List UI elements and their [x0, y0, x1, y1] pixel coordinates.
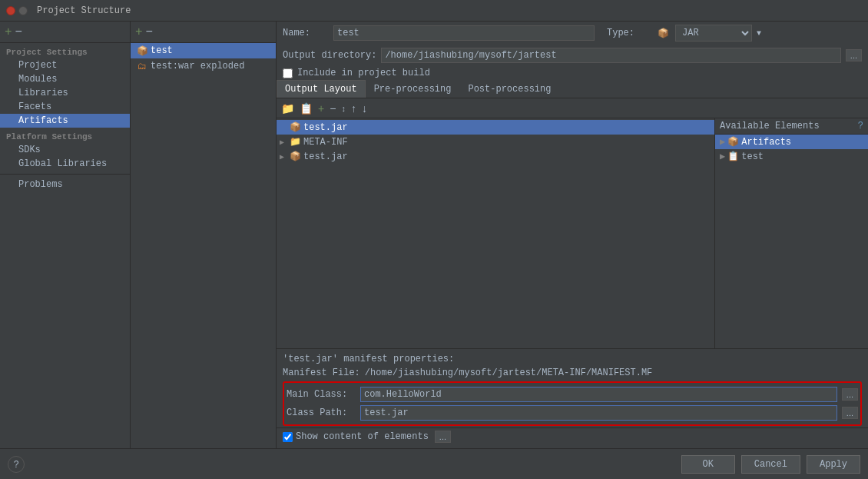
war-icon: 🗂 [137, 61, 147, 72]
cancel-button[interactable]: Cancel [741, 455, 800, 474]
sidebar: + − Project Settings Project Modules Lib… [0, 22, 131, 448]
sidebar-divider [0, 174, 130, 175]
remove-tree-button[interactable]: − [328, 102, 337, 115]
folder-icon: 📁 [290, 136, 301, 148]
help-button[interactable]: ? [8, 456, 25, 473]
class-path-browse-button[interactable]: ... [842, 407, 858, 419]
minimize-icon[interactable] [18, 6, 28, 15]
artifact-list-panel: + − 📦 test 🗂 test:war exploded [131, 22, 277, 448]
add-artifact-button[interactable]: + [5, 26, 12, 38]
tree-item-meta-inf[interactable]: ▶ 📁 META-INF [277, 135, 714, 149]
include-build-row: Include in project build [277, 66, 868, 80]
show-content-label: Show content of elements [296, 431, 429, 442]
artifact-list-toolbar: + − [131, 22, 276, 43]
platform-settings-label: Platform Settings [0, 128, 130, 143]
tree-item-test-jar[interactable]: 📦 test.jar [277, 120, 714, 135]
available-item-test[interactable]: ▶ 📋 test [715, 149, 868, 164]
close-icon[interactable] [6, 6, 15, 15]
jar-icon: 📦 [137, 45, 147, 56]
bottom-left: ? [8, 456, 25, 473]
move-up-button[interactable]: ↑ [350, 102, 358, 115]
show-content-browse-button[interactable]: ... [435, 431, 451, 443]
expand-arrow-icon: ▶ [720, 151, 725, 162]
manifest-file-label: Manifest File: [283, 368, 360, 378]
sidebar-item-modules[interactable]: Modules [0, 72, 130, 86]
type-dropdown-icon[interactable]: ▼ [757, 29, 761, 38]
help-icon[interactable]: ? [858, 121, 863, 131]
output-dir-label: Output directory: [283, 50, 376, 61]
remove-artifact-button[interactable]: − [15, 26, 23, 38]
remove-button[interactable]: − [146, 25, 154, 39]
type-select[interactable]: JAR WAR [675, 25, 752, 42]
tree-item-meta-inf-label: META-INF [303, 137, 348, 148]
apply-button[interactable]: Apply [807, 455, 860, 474]
right-panel: Name: Type: 📦 JAR WAR ▼ Output directory… [277, 22, 868, 448]
show-folder-button[interactable]: 📁 [280, 102, 296, 115]
output-tree: 📦 test.jar ▶ 📁 META-INF ▶ 📦 test.jar [277, 118, 714, 348]
sidebar-item-project[interactable]: Project [0, 58, 130, 72]
artifact-item-test-label: test [151, 45, 173, 56]
main-class-input[interactable] [360, 387, 837, 402]
main-layout: + − Project Settings Project Modules Lib… [0, 22, 868, 448]
artifact-item-test-war[interactable]: 🗂 test:war exploded [131, 58, 276, 74]
sidebar-item-facets[interactable]: Facets [0, 100, 130, 114]
content-area: + − 📦 test 🗂 test:war exploded Name: Typ… [131, 22, 868, 448]
expand-arrow-icon: ▶ [720, 136, 725, 148]
sidebar-toolbar: + − [0, 22, 130, 43]
show-content-checkbox[interactable] [283, 432, 293, 442]
output-dir-input[interactable] [381, 48, 840, 63]
sidebar-item-problems[interactable]: Problems [0, 178, 130, 191]
output-layout-toolbar: 📁 📋 + − ↕ ↑ ↓ [277, 98, 868, 118]
sidebar-item-global-libraries[interactable]: Global Libraries [0, 157, 130, 171]
main-class-browse-button[interactable]: ... [842, 388, 858, 401]
window-title: Project Structure [37, 5, 131, 16]
title-bar: Project Structure [0, 0, 868, 22]
tree-container: 📦 test.jar ▶ 📁 META-INF ▶ 📦 test.jar [277, 118, 868, 348]
sort-button[interactable]: ↕ [340, 104, 347, 113]
window-controls[interactable] [6, 6, 28, 15]
manifest-title: 'test.jar' manifest properties: [277, 352, 868, 366]
sidebar-item-sdks[interactable]: SDKs [0, 143, 130, 157]
tree-item-nested-jar[interactable]: ▶ 📦 test.jar [277, 149, 714, 164]
show-module-button[interactable]: 📋 [298, 102, 314, 115]
bottom-bar: ? OK Cancel Apply [0, 448, 868, 479]
available-elements-header: Available Elements ? [715, 118, 868, 135]
main-class-row: Main Class: ... [287, 385, 858, 404]
output-dir-browse-button[interactable]: ... [846, 49, 862, 62]
jar-icon: 📦 [290, 151, 301, 162]
sidebar-item-artifacts[interactable]: Artifacts [0, 114, 130, 128]
move-down-button[interactable]: ↓ [360, 102, 369, 115]
available-elements-panel: Available Elements ? ▶ 📦 Artifacts ▶ 📋 t… [714, 118, 868, 348]
main-class-label: Main Class: [287, 389, 356, 400]
artifact-icon: 📦 [727, 136, 739, 148]
tree-item-nested-jar-label: test.jar [303, 151, 348, 162]
add-button[interactable]: + [135, 25, 143, 39]
ok-button[interactable]: OK [681, 455, 735, 474]
output-layout-panel: 📁 📋 + − ↕ ↑ ↓ 📦 test.jar [277, 98, 868, 448]
tab-post-processing[interactable]: Post-processing [459, 80, 559, 98]
class-path-input[interactable] [360, 405, 837, 421]
jar-icon: 📦 [290, 121, 301, 133]
manifest-section: 'test.jar' manifest properties: Manifest… [277, 348, 868, 448]
sidebar-item-libraries[interactable]: Libraries [0, 86, 130, 100]
available-elements-label: Available Elements [720, 121, 820, 131]
include-build-label: Include in project build [297, 68, 430, 78]
tree-item-test-jar-label: test.jar [303, 122, 348, 133]
name-input[interactable] [333, 25, 595, 41]
module-icon: 📋 [727, 151, 739, 162]
name-type-row: Name: Type: 📦 JAR WAR ▼ [277, 22, 868, 45]
class-path-label: Class Path: [287, 407, 356, 418]
jar-type-icon: 📦 [658, 28, 669, 39]
artifact-item-test[interactable]: 📦 test [131, 43, 276, 58]
output-dir-row: Output directory: ... [277, 45, 868, 66]
add-tree-button[interactable]: + [316, 102, 326, 115]
tree-arrow-icon: ▶ [280, 138, 287, 147]
include-build-checkbox[interactable] [283, 68, 293, 78]
available-item-artifacts[interactable]: ▶ 📦 Artifacts [715, 135, 868, 149]
available-item-test-label: test [741, 151, 764, 162]
tab-output-layout[interactable]: Output Layout [277, 80, 366, 98]
manifest-file-row: Manifest File: /home/jiashubing/mysoft/j… [277, 366, 868, 380]
available-item-artifacts-label: Artifacts [741, 137, 791, 148]
tab-pre-processing[interactable]: Pre-processing [366, 80, 460, 98]
type-label: Type: [607, 28, 653, 38]
